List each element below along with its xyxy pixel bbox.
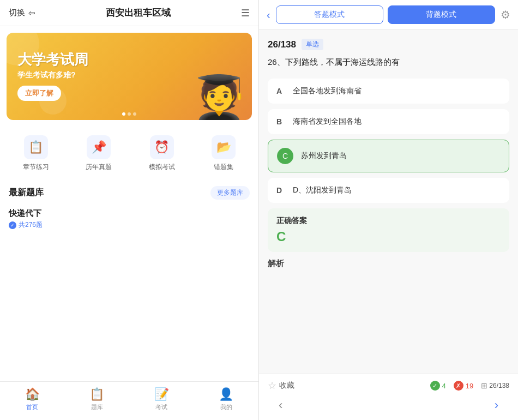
library-item-count: ✓ 共276题 — [9, 220, 250, 230]
bottom-nav: 🏠 首页 📋 题库 📝 考试 👤 我的 — [0, 381, 258, 420]
switch-icon: ⇦ — [28, 8, 35, 18]
answer-label: 正确答案 — [276, 216, 501, 226]
mode-buttons: 答题模式 背题模式 — [276, 5, 495, 24]
progress-text: 26/138 — [489, 382, 509, 389]
library-section-header: 最新题库 更多题库 — [0, 181, 258, 203]
question-text: 26、下列路线，不属于海运线路的有 — [268, 56, 509, 69]
question-type-badge: 单选 — [302, 39, 323, 50]
left-header: 切换 ⇦ 西安出租车区域 ☰ — [0, 0, 258, 26]
library-item-name: 快递代下 — [9, 208, 250, 219]
option-a-text: 全国各地发到海南省 — [293, 86, 362, 96]
banner-cta-button[interactable]: 立即了解 — [17, 86, 61, 101]
errors-label: 错题集 — [214, 163, 233, 172]
wrong-count: 19 — [466, 382, 473, 390]
switch-area[interactable]: 切换 ⇦ — [9, 8, 35, 18]
option-a[interactable]: A 全国各地发到海南省 — [268, 79, 509, 104]
quick-actions: 📋 章节练习 📌 历年真题 ⏰ 模拟考试 📂 错题集 — [0, 127, 258, 181]
answer-value: C — [276, 229, 501, 244]
chapter-icon: 📋 — [24, 135, 48, 159]
stat-progress: ⊞ 26/138 — [481, 381, 509, 390]
option-c[interactable]: C 苏州发到青岛 — [268, 140, 509, 172]
banner-dot-1 — [122, 112, 125, 116]
analysis-label: 解析 — [268, 259, 284, 268]
history-label: 历年真题 — [86, 163, 112, 172]
option-d-text: D、沈阳发到青岛 — [293, 185, 352, 195]
option-d-letter: D — [276, 186, 285, 195]
check-icon: ✓ — [9, 221, 16, 229]
option-b-text: 海南省发到全国各地 — [293, 117, 362, 127]
nav-mine[interactable]: 👤 我的 — [219, 387, 233, 411]
right-header: ‹ 答题模式 背题模式 ⚙ — [259, 0, 518, 30]
option-b-letter: B — [276, 117, 285, 126]
banner-title-line1: 大学考试周 — [17, 52, 88, 68]
section-title: 最新题库 — [9, 187, 44, 199]
quick-action-errors[interactable]: 📂 错题集 — [212, 135, 236, 172]
question-nav-row: ‹ › — [268, 392, 509, 415]
more-library-button[interactable]: 更多题库 — [210, 186, 250, 200]
mock-label: 模拟考试 — [149, 163, 175, 172]
question-area: 26/138 单选 26、下列路线，不属于海运线路的有 A 全国各地发到海南省 … — [259, 30, 518, 374]
quick-action-history[interactable]: 📌 历年真题 — [86, 135, 112, 172]
stat-wrong: ✗ 19 — [454, 381, 473, 391]
nav-library[interactable]: 📋 题库 — [89, 387, 104, 411]
star-icon: ☆ — [268, 380, 276, 392]
banner-subtitle: 学生考试有多难? — [17, 70, 88, 80]
home-icon: 🏠 — [25, 387, 40, 401]
banner-dots — [122, 112, 136, 116]
next-question-button[interactable]: › — [484, 396, 509, 415]
analysis-section: 解析 — [268, 252, 509, 272]
quick-action-chapter[interactable]: 📋 章节练习 — [23, 135, 49, 172]
exam-nav-label: 考试 — [155, 403, 167, 411]
back-button[interactable]: ‹ — [267, 9, 270, 21]
collect-button[interactable]: ☆ 收藏 — [268, 380, 294, 392]
banner-dot-2 — [128, 112, 131, 116]
menu-icon[interactable]: ☰ — [241, 7, 250, 19]
nav-home[interactable]: 🏠 首页 — [25, 387, 40, 411]
left-panel: 切换 ⇦ 西安出租车区域 ☰ 大学考试周 学生考试有多难? 立即了解 🧑‍🎓 📋… — [0, 0, 259, 420]
library-nav-label: 题库 — [91, 403, 103, 411]
correct-count: 4 — [442, 382, 446, 390]
correct-option-icon: C — [277, 148, 293, 164]
exam-nav-icon: 📝 — [154, 387, 169, 401]
prev-question-button[interactable]: ‹ — [268, 396, 293, 415]
answer-section: 正确答案 C — [268, 208, 509, 252]
history-icon: 📌 — [87, 135, 111, 159]
settings-button[interactable]: ⚙ — [501, 8, 510, 21]
banner-text: 大学考试周 学生考试有多难? 立即了解 — [17, 52, 88, 101]
option-d[interactable]: D D、沈阳发到青岛 — [268, 178, 509, 203]
mine-nav-label: 我的 — [220, 403, 232, 411]
banner-dot-3 — [133, 112, 136, 116]
right-panel: ‹ 答题模式 背题模式 ⚙ 26/138 单选 26、下列路线，不属于海运线路的… — [259, 0, 518, 420]
option-b[interactable]: B 海南省发到全国各地 — [268, 109, 509, 134]
right-bottom-bar: ☆ 收藏 ✓ 4 ✗ 19 ⊞ 26/138 ‹ — [259, 374, 518, 420]
stat-correct: ✓ 4 — [430, 381, 446, 391]
collect-label: 收藏 — [279, 381, 294, 391]
chapter-label: 章节练习 — [23, 163, 49, 172]
background-mode-button[interactable]: 背题模式 — [388, 5, 495, 24]
banner-figure: 🧑‍🎓 — [192, 76, 246, 120]
library-item[interactable]: 快递代下 ✓ 共276题 — [0, 203, 258, 235]
home-label: 首页 — [26, 403, 38, 411]
answer-mode-button[interactable]: 答题模式 — [276, 5, 383, 24]
grid-icon: ⊞ — [481, 381, 487, 390]
question-progress: 26/138 — [268, 39, 296, 50]
switch-label: 切换 — [9, 8, 25, 18]
question-meta: 26/138 单选 — [268, 39, 509, 50]
bottom-row-1: ☆ 收藏 ✓ 4 ✗ 19 ⊞ 26/138 — [268, 380, 509, 392]
mock-icon: ⏰ — [150, 135, 174, 159]
option-c-text: 苏州发到青岛 — [301, 151, 347, 161]
option-a-letter: A — [276, 87, 285, 95]
region-title: 西安出租车区域 — [106, 7, 171, 19]
right-stats: ✓ 4 ✗ 19 ⊞ 26/138 — [430, 381, 509, 391]
library-nav-icon: 📋 — [89, 387, 104, 401]
correct-stat-icon: ✓ — [430, 381, 440, 391]
errors-icon: 📂 — [212, 135, 236, 159]
mine-nav-icon: 👤 — [219, 387, 233, 401]
quick-action-mock[interactable]: ⏰ 模拟考试 — [149, 135, 175, 172]
promo-banner: 大学考试周 学生考试有多难? 立即了解 🧑‍🎓 — [7, 33, 252, 120]
wrong-stat-icon: ✗ — [454, 381, 463, 391]
nav-exam[interactable]: 📝 考试 — [154, 387, 169, 411]
